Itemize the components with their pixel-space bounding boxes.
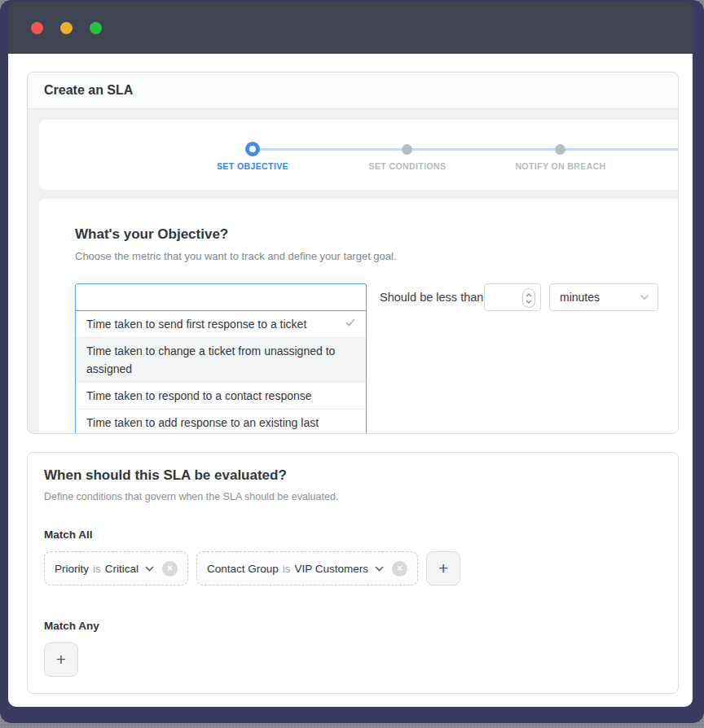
chip-field: Priority	[55, 563, 89, 575]
metric-option[interactable]: Time taken to respond to a contact respo…	[76, 383, 366, 410]
titlebar	[8, 2, 693, 54]
inactive-step-dot-icon	[555, 144, 565, 155]
step-set-objective[interactable]: SET OBJECTIVE	[163, 120, 342, 190]
objective-controls-row: Should be less than minutes	[75, 283, 678, 311]
chip-value: VIP Customers	[295, 563, 369, 575]
unit-select-value: minutes	[560, 291, 600, 304]
number-stepper[interactable]	[522, 288, 535, 308]
match-all-chips-row: Priority is Critical × Contact Group is …	[44, 551, 662, 585]
metric-option[interactable]: Time taken to change a ticket from unass…	[76, 338, 366, 383]
chip-operator: is	[93, 563, 101, 575]
chevron-down-icon	[526, 300, 532, 304]
option-label: Time taken to change a ticket from unass…	[86, 342, 355, 378]
metric-option[interactable]: Time taken to send first response to a t…	[76, 311, 366, 338]
condition-chip-priority[interactable]: Priority is Critical ×	[44, 551, 188, 585]
chip-value: Critical	[105, 563, 139, 575]
step-label: SET CONDITIONS	[318, 161, 497, 171]
step-label: SET OBJECTIVE	[163, 161, 342, 171]
create-sla-card: Create an SLA SET OBJECTIVE SET CONDITIO…	[27, 72, 679, 434]
match-any-label: Match Any	[44, 620, 662, 632]
conditions-subtitle: Define conditions that govern when the S…	[44, 491, 662, 502]
wizard-stepper: SET OBJECTIVE SET CONDITIONS NOTIFY ON B…	[39, 120, 678, 190]
option-label: Time taken to send first response to a t…	[86, 315, 306, 333]
metric-options-listbox: Time taken to send first response to a t…	[75, 311, 367, 433]
add-match-all-condition-button[interactable]: +	[426, 551, 460, 585]
checkmark-icon	[345, 318, 355, 327]
condition-chip-contact-group[interactable]: Contact Group is VIP Customers ×	[196, 551, 418, 585]
window-frame: Create an SLA SET OBJECTIVE SET CONDITIO…	[0, 0, 704, 723]
close-button[interactable]	[31, 22, 43, 34]
objective-panel: What's your Objective? Choose the metric…	[39, 199, 678, 433]
unit-select[interactable]: minutes	[549, 283, 658, 311]
remove-condition-button[interactable]: ×	[392, 561, 407, 577]
option-label: Time taken to respond to a contact respo…	[86, 387, 312, 405]
minimize-button[interactable]	[60, 22, 73, 34]
window-content: Create an SLA SET OBJECTIVE SET CONDITIO…	[8, 54, 693, 707]
chevron-down-icon[interactable]	[145, 566, 154, 572]
chip-field: Contact Group	[207, 563, 279, 575]
chevron-up-icon	[526, 293, 532, 297]
match-any-chips-row: +	[44, 642, 662, 677]
match-all-label: Match All	[44, 528, 662, 541]
metric-option[interactable]: Time taken to add response to an existin…	[76, 410, 366, 433]
zoom-button[interactable]	[90, 22, 102, 34]
sla-conditions-card: When should this SLA be evaluated? Defin…	[27, 452, 679, 694]
card-title: Create an SLA	[28, 72, 678, 109]
target-value-input[interactable]	[484, 283, 541, 311]
add-match-any-condition-button[interactable]: +	[44, 642, 78, 677]
active-step-dot-icon	[245, 142, 260, 156]
inactive-step-dot-icon	[402, 144, 412, 155]
step-label: NOTIFY ON BREACH	[471, 161, 650, 171]
target-label: Should be less than	[380, 291, 484, 304]
create-sla-card-body: SET OBJECTIVE SET CONDITIONS NOTIFY ON B…	[28, 109, 678, 433]
objective-subtitle: Choose the metric that you want to track…	[75, 250, 678, 262]
step-notify-on-breach[interactable]: NOTIFY ON BREACH	[471, 120, 650, 190]
option-label: Time taken to add response to an existin…	[86, 414, 355, 433]
step-set-conditions[interactable]: SET CONDITIONS	[318, 120, 497, 190]
chip-operator: is	[283, 563, 291, 575]
chevron-down-icon	[640, 294, 649, 300]
chevron-down-icon[interactable]	[375, 566, 384, 572]
remove-condition-button[interactable]: ×	[162, 561, 178, 577]
conditions-title: When should this SLA be evaluated?	[44, 467, 662, 484]
metric-select-input[interactable]	[75, 283, 367, 311]
objective-title: What's your Objective?	[75, 226, 678, 243]
